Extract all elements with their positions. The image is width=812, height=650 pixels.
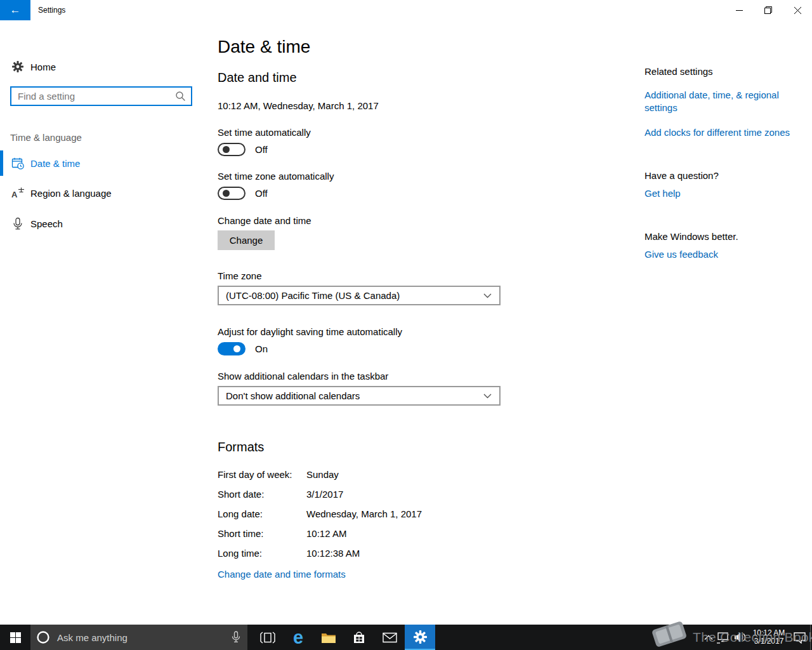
store-icon: [352, 631, 366, 644]
task-view-button[interactable]: [252, 625, 283, 650]
related-settings-header: Related settings: [645, 66, 713, 77]
restore-icon: [764, 6, 772, 14]
settings-search-box[interactable]: [10, 86, 192, 106]
start-button[interactable]: [0, 625, 30, 650]
sidebar-item-label: Date & time: [30, 158, 80, 169]
get-help-link[interactable]: Get help: [645, 188, 681, 199]
close-icon: [794, 7, 801, 14]
file-explorer-icon: [321, 632, 336, 644]
add-clocks-link[interactable]: Add clocks for different time zones: [645, 127, 797, 138]
set-timezone-state: Off: [255, 188, 268, 199]
hidden-icons-button[interactable]: [703, 625, 714, 650]
close-button[interactable]: [783, 0, 812, 20]
search-input[interactable]: [11, 91, 175, 102]
format-row: Short time: 10:12 AM: [218, 528, 516, 548]
taskbar-clock[interactable]: 10:12 AM 3/1/2017: [749, 625, 789, 650]
selected-indicator: [0, 150, 3, 176]
store-button[interactable]: [344, 625, 374, 650]
taskbar: Ask me anything e: [0, 625, 812, 650]
chevron-up-icon: [704, 635, 713, 640]
dst-label: Adjust for daylight saving time automati…: [218, 326, 516, 337]
window-title: Settings: [38, 0, 65, 20]
change-button[interactable]: Change: [218, 230, 275, 250]
title-bar: ← Settings: [0, 0, 812, 20]
formats-table: First day of week: Sunday Short date: 3/…: [218, 469, 516, 567]
dst-toggle[interactable]: [218, 342, 246, 355]
settings-app-button[interactable]: [405, 625, 435, 650]
set-time-state: Off: [255, 144, 268, 155]
cortana-icon: [36, 630, 50, 644]
edge-button[interactable]: e: [283, 625, 313, 650]
current-datetime: 10:12 AM, Wednesday, March 1, 2017: [218, 100, 516, 111]
dst-state: On: [255, 343, 268, 354]
minimize-button[interactable]: [724, 0, 754, 20]
region-language-icon: A: [11, 187, 25, 200]
make-windows-better-header: Make Windows better.: [645, 231, 738, 242]
have-a-question-header: Have a question?: [645, 170, 719, 181]
chevron-down-icon: [483, 394, 492, 399]
mail-button[interactable]: [374, 625, 405, 650]
sidebar-item-region-language[interactable]: A Region & language: [0, 180, 209, 206]
action-center-icon: [793, 632, 806, 644]
search-icon[interactable]: [175, 91, 186, 102]
edge-icon: e: [293, 625, 303, 650]
svg-text:A: A: [11, 190, 18, 199]
sidebar-item-home[interactable]: Home: [0, 57, 209, 76]
timezone-label: Time zone: [218, 270, 516, 281]
task-view-icon: [260, 632, 275, 644]
calendars-label: Show additional calendars in the taskbar: [218, 371, 516, 381]
file-explorer-button[interactable]: [313, 625, 344, 650]
network-icon: [716, 632, 730, 644]
taskbar-search-placeholder: Ask me anything: [57, 632, 231, 643]
change-datetime-label: Change date and time: [218, 215, 516, 226]
set-timezone-label: Set time zone automatically: [218, 171, 516, 182]
calendars-value: Don't show additional calendars: [219, 390, 483, 401]
sidebar-item-label: Speech: [30, 218, 63, 229]
restore-button[interactable]: [754, 0, 783, 20]
give-feedback-link[interactable]: Give us feedback: [645, 249, 718, 260]
formats-section-header: Formats: [218, 440, 516, 454]
change-formats-link[interactable]: Change date and time formats: [218, 569, 346, 580]
timezone-dropdown[interactable]: (UTC-08:00) Pacific Time (US & Canada): [218, 286, 501, 305]
system-tray: 10:12 AM 3/1/2017: [703, 625, 810, 650]
format-row: First day of week: Sunday: [218, 469, 516, 489]
chevron-down-icon: [483, 293, 492, 298]
back-arrow-icon: ←: [10, 4, 21, 17]
volume-button[interactable]: [731, 625, 749, 650]
sidebar-home-label: Home: [30, 62, 56, 72]
calendar-clock-icon: [11, 157, 25, 170]
format-row: Long date: Wednesday, March 1, 2017: [218, 508, 516, 528]
settings-window: ← Settings: [0, 0, 812, 650]
windows-logo-icon: [10, 632, 21, 643]
datetime-section-header: Date and time: [218, 70, 516, 85]
microphone-icon: [11, 217, 25, 230]
set-time-label: Set time automatically: [218, 127, 516, 138]
calendars-dropdown[interactable]: Don't show additional calendars: [218, 386, 501, 406]
microphone-icon[interactable]: [231, 631, 241, 644]
additional-regional-settings-link[interactable]: Additional date, time, & regional settin…: [645, 89, 787, 114]
cortana-search-bar[interactable]: Ask me anything: [30, 625, 247, 650]
sidebar-section-header: Time & language: [10, 132, 82, 143]
mail-icon: [383, 632, 397, 643]
sidebar: Home Time & language Date & time: [0, 20, 209, 625]
sidebar-item-label: Region & language: [30, 188, 112, 199]
minimize-icon: [736, 7, 743, 14]
gear-icon: [11, 61, 24, 72]
set-time-toggle[interactable]: [218, 143, 246, 156]
network-button[interactable]: [714, 625, 731, 650]
page-title: Date & time: [218, 36, 516, 58]
action-center-button[interactable]: [789, 625, 810, 650]
settings-gear-icon: [414, 630, 427, 644]
back-button[interactable]: ←: [0, 0, 30, 20]
clock-date: 3/1/2017: [754, 637, 784, 646]
speaker-icon: [734, 632, 747, 643]
sidebar-item-date-time[interactable]: Date & time: [0, 150, 209, 176]
format-row: Short date: 3/1/2017: [218, 489, 516, 508]
sidebar-item-speech[interactable]: Speech: [0, 211, 209, 236]
set-timezone-toggle[interactable]: [218, 187, 246, 200]
format-row: Long time: 10:12:38 AM: [218, 548, 516, 567]
timezone-value: (UTC-08:00) Pacific Time (US & Canada): [219, 290, 483, 301]
main-content: Date & time Date and time 10:12 AM, Wedn…: [218, 20, 516, 580]
